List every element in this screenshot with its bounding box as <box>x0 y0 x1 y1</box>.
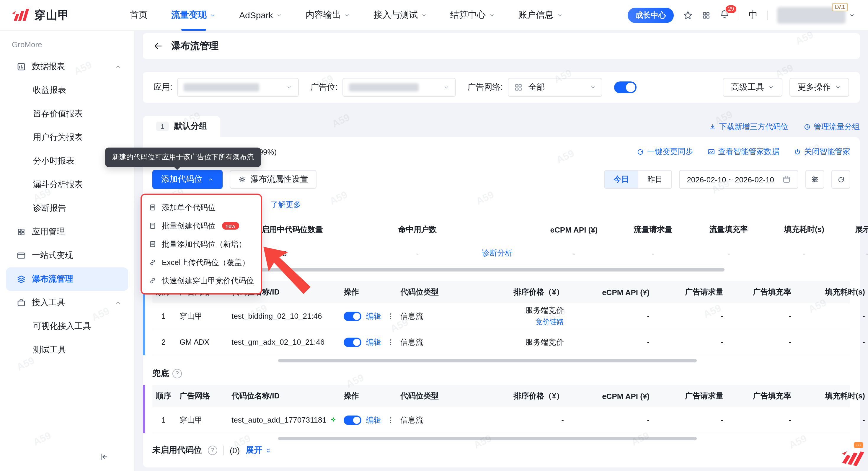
growth-center-badge[interactable]: 成长中心 <box>628 7 674 23</box>
manage-traffic-groups-link[interactable]: 管理流量分组 <box>804 122 860 132</box>
sidebar-item-3[interactable]: 用户行为报表 <box>6 126 128 149</box>
more-actions-icon[interactable] <box>386 416 395 424</box>
edit-button[interactable]: 编辑 <box>366 311 381 321</box>
network-cell: 穿山甲 <box>180 311 231 321</box>
slot-value-redacted <box>349 83 418 92</box>
fill-time-cell: - <box>796 338 868 346</box>
more-actions-button[interactable]: 更多操作 <box>789 78 849 97</box>
link-icon <box>149 277 156 284</box>
sidebar-item-0[interactable]: 数据报表 <box>6 55 128 78</box>
nav-item-label: 首页 <box>130 9 148 21</box>
learn-more-link[interactable]: 了解更多 <box>271 200 301 209</box>
language-toggle[interactable]: 中 <box>749 9 757 21</box>
nav-item-label: 账户信息 <box>518 9 554 21</box>
sidebar-item-8[interactable]: 一站式变现 <box>6 244 128 268</box>
user-account-menu[interactable]: LV.1 <box>777 7 855 23</box>
sidebar-item-5[interactable]: 漏斗分析报表 <box>6 173 128 196</box>
help-question-icon[interactable]: ? <box>173 369 182 378</box>
chevron-down-icon <box>210 12 216 18</box>
corner-widget[interactable] <box>841 442 863 467</box>
network-select[interactable]: 全部 <box>507 78 602 97</box>
chevron-down-icon <box>344 12 350 18</box>
nav-item-5[interactable]: 结算中心 <box>450 0 495 30</box>
code-type-cell: 信息流 <box>400 311 471 321</box>
view-smart-butler-data-link[interactable]: 查看智能管家数据 <box>707 146 779 157</box>
sidebar-collapse-icon[interactable] <box>99 452 108 462</box>
sidebar-item-6[interactable]: 诊断报告 <box>6 196 128 220</box>
expand-unused-link[interactable]: 展开 <box>246 445 272 456</box>
network-cell: GM ADX <box>180 338 231 346</box>
chevron-down-icon <box>286 85 292 90</box>
advanced-tools-button[interactable]: 高级工具 <box>723 78 782 97</box>
nav-item-2[interactable]: AdSpark <box>239 0 282 30</box>
stats-header-cell: 命中用户数 <box>376 224 464 235</box>
dropdown-item-4[interactable]: 快速创建穿山甲竞价代码位 <box>142 272 261 290</box>
waterfall-settings-button[interactable]: 瀑布流属性设置 <box>230 170 316 189</box>
dropdown-item-1[interactable]: 批量创建代码位new <box>142 217 261 235</box>
sidebar-item-10[interactable]: 接入工具 <box>6 291 128 315</box>
date-range-picker[interactable]: 2026-02-10 ~ 2026-02-10 <box>679 170 798 189</box>
favorite-star-icon[interactable] <box>683 10 693 20</box>
table-header-cell: 排序价格（¥） <box>471 391 569 401</box>
add-code-slot-button[interactable]: 添加代码位 <box>152 170 223 189</box>
dropdown-item-2[interactable]: 批量添加代码位（新增） <box>142 235 261 253</box>
sidebar-item-7[interactable]: 应用管理 <box>6 220 128 244</box>
horizontal-scrollbar[interactable] <box>278 437 697 440</box>
help-question-icon[interactable]: ? <box>208 446 217 455</box>
brand-logo[interactable]: 穿山甲 <box>12 7 128 23</box>
refresh-button[interactable] <box>831 170 850 189</box>
today-tab[interactable]: 今日 <box>604 170 638 188</box>
sidebar-item-1[interactable]: 收益报表 <box>6 78 128 102</box>
apps-grid-icon[interactable] <box>702 11 710 19</box>
column-settings-button[interactable] <box>805 170 824 189</box>
row-enable-toggle[interactable] <box>344 415 361 425</box>
bid-chain-link[interactable]: 竞价链路 <box>471 317 564 327</box>
sidebar: GroMore 数据报表收益报表留存价值报表用户行为报表分小时报表漏斗分析报表诊… <box>0 31 135 471</box>
slot-select[interactable] <box>342 78 456 97</box>
dropdown-item-3[interactable]: Excel上传代码位（覆盖） <box>142 253 261 272</box>
table-header-cell: 广告填充率 <box>728 391 796 401</box>
sidebar-item-12[interactable]: 测试工具 <box>6 338 128 362</box>
row-enable-toggle[interactable] <box>344 311 361 321</box>
corner-more-icon[interactable] <box>854 442 863 448</box>
horizontal-scrollbar[interactable] <box>278 359 697 363</box>
nav-item-6[interactable]: 账户信息 <box>518 0 562 30</box>
nav-item-label: 结算中心 <box>450 9 486 21</box>
nav-item-1[interactable]: 流量变现 <box>171 0 216 30</box>
nav-item-0[interactable]: 首页 <box>130 0 148 30</box>
more-actions-label: 更多操作 <box>798 82 831 93</box>
diagnose-link[interactable]: 诊断分析 <box>464 248 535 258</box>
manage-traffic-groups-label: 管理流量分组 <box>814 122 860 132</box>
clock-icon <box>804 123 811 130</box>
more-actions-icon[interactable] <box>386 312 395 320</box>
sidebar-item-label: 数据报表 <box>32 61 65 72</box>
sidebar-item-11[interactable]: 可视化接入工具 <box>6 315 128 338</box>
filter-toggle[interactable] <box>614 82 636 93</box>
sidebar-item-9[interactable]: 瀑布流管理 <box>6 268 128 291</box>
one-key-sync-link[interactable]: 一键变更同步 <box>637 146 693 157</box>
edit-button[interactable]: 编辑 <box>366 415 381 425</box>
download-codes-link[interactable]: 下载新增三方代码位 <box>709 122 788 132</box>
app-value-redacted <box>184 83 259 92</box>
tab-default-group[interactable]: 1 默认分组 <box>143 116 220 137</box>
more-actions-icon[interactable] <box>386 338 395 346</box>
sidebar-item-label: 分小时报表 <box>33 156 74 166</box>
dropdown-item-label: Excel上传代码位（覆盖） <box>162 257 250 268</box>
grid-icon <box>17 228 26 236</box>
waterfall-icon <box>17 275 26 284</box>
dropdown-item-0[interactable]: 添加单个代码位 <box>142 198 261 217</box>
yesterday-tab[interactable]: 昨日 <box>638 170 671 188</box>
table-header-cell: 排序价格（¥） <box>471 287 569 297</box>
nav-item-4[interactable]: 接入与测试 <box>373 0 427 30</box>
nav-item-3[interactable]: 内容输出 <box>306 0 350 30</box>
table-header-cell: 代码位类型 <box>400 287 471 297</box>
stats-value-cell: - <box>618 249 693 258</box>
dropdown-item-label: 批量创建代码位 <box>162 220 216 231</box>
close-smart-butler-link[interactable]: 关闭智能管家 <box>794 146 850 157</box>
sidebar-item-2[interactable]: 留存价值报表 <box>6 102 128 126</box>
app-select[interactable] <box>177 78 299 97</box>
row-enable-toggle[interactable] <box>344 337 361 347</box>
back-arrow-icon[interactable] <box>154 41 163 51</box>
notification-bell[interactable]: 29 <box>720 9 729 21</box>
edit-button[interactable]: 编辑 <box>366 337 381 347</box>
